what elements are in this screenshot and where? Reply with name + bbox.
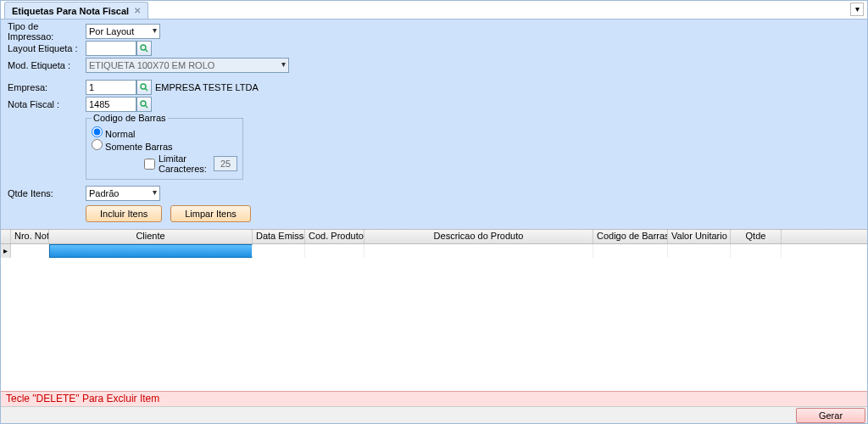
- chevron-down-icon[interactable]: ▾: [850, 3, 864, 16]
- mod-etiqueta-select: [86, 58, 289, 73]
- codigo-barras-group: Codigo de Barras Normal Somente Barras L…: [86, 113, 243, 180]
- nota-fiscal-input[interactable]: [86, 97, 136, 112]
- col-cod-produto[interactable]: Cod. Produto: [305, 230, 364, 243]
- tab-etiquetas[interactable]: Etiquetas Para Nota Fiscal ✕: [4, 2, 148, 19]
- cell-qtde[interactable]: [731, 244, 782, 258]
- cell-codigo-barras[interactable]: [593, 244, 668, 258]
- cell-valor-unitario[interactable]: [668, 244, 731, 258]
- svg-line-3: [145, 88, 147, 91]
- close-icon[interactable]: ✕: [134, 6, 141, 15]
- cell-data-emissao[interactable]: [253, 244, 305, 258]
- col-codigo-barras[interactable]: Codigo de Barras: [593, 230, 668, 243]
- empresa-label: Empresa:: [8, 82, 86, 92]
- radio-normal-label[interactable]: Normal: [92, 129, 136, 139]
- gerar-button[interactable]: Gerar: [796, 408, 865, 423]
- codigo-barras-legend: Codigo de Barras: [92, 113, 168, 123]
- tipo-impressao-label: Tipo de Impressao:: [8, 21, 86, 42]
- empresa-nome: EMPRESA TESTE LTDA: [155, 82, 259, 92]
- qtde-itens-label: Qtde Itens:: [8, 188, 86, 198]
- table-row[interactable]: ▸: [1, 244, 867, 258]
- col-nro-nota[interactable]: Nro. Nota: [11, 230, 49, 243]
- layout-etiqueta-input[interactable]: [86, 41, 136, 56]
- delete-hint: Tecle "DELETE" Para Excluir Item: [1, 391, 867, 406]
- form-panel: Tipo de Impressao: Layout Etiqueta : Mod…: [1, 20, 867, 229]
- empresa-lookup-button[interactable]: [136, 80, 152, 95]
- cell-cliente[interactable]: [49, 244, 253, 258]
- mod-etiqueta-label: Mod. Etiqueta :: [8, 60, 86, 70]
- radio-somente-label[interactable]: Somente Barras: [92, 142, 173, 152]
- tipo-impressao-select[interactable]: [86, 24, 160, 39]
- row-indicator-icon: ▸: [1, 244, 11, 258]
- svg-line-1: [145, 49, 147, 52]
- col-qtde[interactable]: Qtde: [731, 230, 782, 243]
- layout-lookup-button[interactable]: [136, 41, 152, 56]
- nota-fiscal-lookup-button[interactable]: [136, 97, 152, 112]
- tab-title: Etiquetas Para Nota Fiscal: [12, 6, 129, 16]
- grid-header: Nro. Nota Cliente Data Emissao Cod. Prod…: [1, 229, 867, 244]
- radio-normal[interactable]: [92, 126, 103, 137]
- cell-cod-produto[interactable]: [305, 244, 364, 258]
- lookup-icon: [140, 83, 148, 92]
- tab-bar: Etiquetas Para Nota Fiscal ✕ ▾: [1, 1, 867, 20]
- incluir-itens-button[interactable]: Incluir Itens: [86, 205, 162, 222]
- layout-etiqueta-label: Layout Etiqueta :: [8, 43, 86, 53]
- qtde-itens-select[interactable]: [86, 186, 160, 201]
- col-valor-unitario[interactable]: Valor Unitario: [668, 230, 731, 243]
- limitar-input: [214, 156, 237, 171]
- svg-line-5: [145, 105, 147, 108]
- limitar-label: Limitar Caracteres:: [159, 153, 210, 174]
- footer-bar: Gerar: [1, 406, 867, 423]
- radio-somente[interactable]: [92, 139, 103, 150]
- col-descricao[interactable]: Descricao do Produto: [364, 230, 593, 243]
- nota-fiscal-label: Nota Fiscal :: [8, 99, 86, 109]
- empresa-input[interactable]: [86, 80, 136, 95]
- cell-nro-nota[interactable]: [11, 244, 49, 258]
- limpar-itens-button[interactable]: Limpar Itens: [170, 205, 251, 222]
- limitar-checkbox[interactable]: [144, 159, 155, 170]
- cell-descricao[interactable]: [364, 244, 593, 258]
- col-data-emissao[interactable]: Data Emissao: [253, 230, 305, 243]
- col-cliente[interactable]: Cliente: [49, 230, 253, 243]
- lookup-icon: [140, 100, 148, 109]
- col-indicator: [1, 230, 11, 243]
- lookup-icon: [140, 44, 148, 53]
